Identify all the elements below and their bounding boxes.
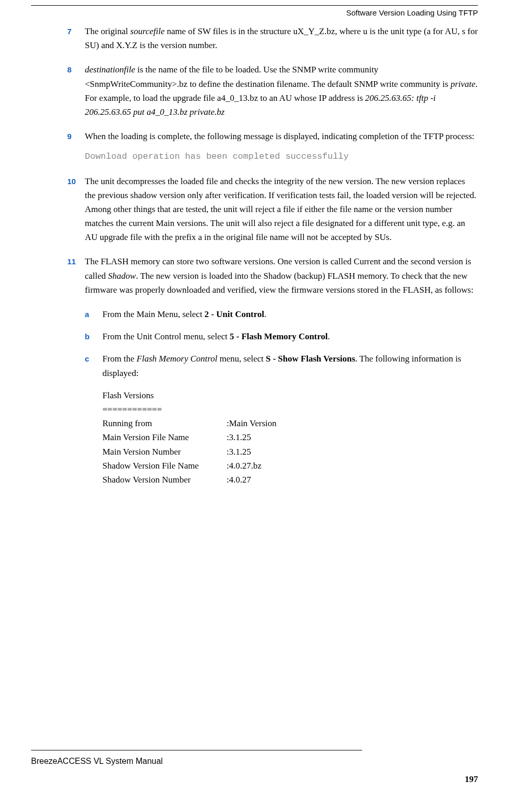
flash-label: Main Version File Name: [102, 430, 227, 444]
text-segment: When the loading is complete, the follow…: [85, 131, 474, 141]
flash-row: Main Version Number:3.1.25: [102, 445, 478, 459]
flash-versions-block: Flash Versions============Running from:M…: [67, 388, 478, 487]
text-segment: sourcefile: [130, 26, 164, 36]
flash-label: Main Version Number: [102, 445, 227, 459]
flash-underline: ============: [102, 402, 478, 416]
flash-row: Shadow Version Number:4.0.27: [102, 473, 478, 487]
text-segment: From the Main Menu, select: [102, 309, 204, 319]
text-segment: The original: [85, 26, 130, 36]
sub-item: aFrom the Main Menu, select 2 - Unit Con…: [85, 307, 478, 321]
list-number: 9: [67, 129, 85, 163]
list-item: 11The FLASH memory can store two softwar…: [67, 254, 478, 297]
list-item: 8 destinationfile is the name of the fil…: [67, 63, 478, 119]
flash-value: :4.0.27.bz: [227, 459, 262, 473]
flash-label: Shadow Version File Name: [102, 459, 227, 473]
manual-title: BreezeACCESS VL System Manual: [31, 755, 163, 768]
text-segment: private: [451, 79, 475, 89]
flash-value: :3.1.25: [227, 430, 251, 444]
text-segment: Shadow: [108, 271, 136, 281]
page-footer: BreezeACCESS VL System Manual 197: [31, 750, 478, 786]
list-body: The FLASH memory can store two software …: [85, 254, 478, 297]
sub-body: From the Unit Control menu, select 5 - F…: [102, 329, 330, 343]
flash-value: :Main Version: [227, 416, 277, 430]
list-body: When the loading is complete, the follow…: [85, 129, 478, 163]
text-segment: 2 - Unit Control: [204, 309, 264, 319]
sublist: aFrom the Main Menu, select 2 - Unit Con…: [67, 307, 478, 380]
text-segment: 5 - Flash Memory Control: [230, 332, 328, 341]
text-segment: Flash Memory Control: [137, 354, 217, 364]
flash-row: Main Version File Name:3.1.25: [102, 430, 478, 444]
list-item: 9When the loading is complete, the follo…: [67, 129, 478, 163]
list-item: 7The original sourcefile name of SW file…: [67, 24, 478, 52]
sub-letter: a: [85, 307, 102, 321]
flash-row: Shadow Version File Name:4.0.27.bz: [102, 459, 478, 473]
sub-body: From the Main Menu, select 2 - Unit Cont…: [102, 307, 266, 321]
text-segment: From the Unit Control menu, select: [102, 332, 230, 341]
sub-item: cFrom the Flash Memory Control menu, sel…: [85, 352, 478, 380]
flash-row: Running from:Main Version: [102, 416, 478, 430]
list-body: destinationfile is the name of the file …: [85, 63, 478, 119]
text-segment: S - Show Flash Versions: [266, 354, 355, 364]
list-number: 11: [67, 254, 85, 297]
header-title: Software Version Loading Using TFTP: [346, 8, 478, 17]
text-segment: .: [264, 309, 266, 319]
sub-letter: c: [85, 352, 102, 380]
flash-value: :4.0.27: [227, 473, 251, 487]
list-number: 10: [67, 174, 85, 245]
list-body: The original sourcefile name of SW files…: [85, 24, 478, 52]
code-output: Download operation has been completed su…: [85, 149, 478, 163]
text-segment: destinationfile: [85, 65, 135, 74]
footer-rule: [31, 750, 362, 750]
page-number: 197: [31, 772, 478, 786]
list-item: 10The unit decompresses the loaded file …: [67, 174, 478, 245]
sub-body: From the Flash Memory Control menu, sele…: [102, 352, 478, 380]
list-number: 8: [67, 63, 85, 119]
page-header: Software Version Loading Using TFTP: [31, 5, 478, 24]
sub-item: bFrom the Unit Control menu, select 5 - …: [85, 329, 478, 343]
text-segment: menu, select: [217, 354, 265, 364]
flash-label: Running from: [102, 416, 227, 430]
flash-value: :3.1.25: [227, 445, 251, 459]
list-body: The unit decompresses the loaded file an…: [85, 174, 478, 245]
sub-letter: b: [85, 329, 102, 343]
text-segment: From the: [102, 354, 137, 364]
list-number: 7: [67, 24, 85, 52]
text-segment: The unit decompresses the loaded file an…: [85, 176, 476, 243]
flash-heading: Flash Versions: [102, 388, 478, 402]
text-segment: .: [328, 332, 330, 341]
text-segment: . The new version is loaded into the Sha…: [85, 271, 473, 295]
text-segment: is the name of the file to be loaded. Us…: [85, 65, 451, 88]
content-area: 7The original sourcefile name of SW file…: [31, 24, 478, 487]
flash-label: Shadow Version Number: [102, 473, 227, 487]
